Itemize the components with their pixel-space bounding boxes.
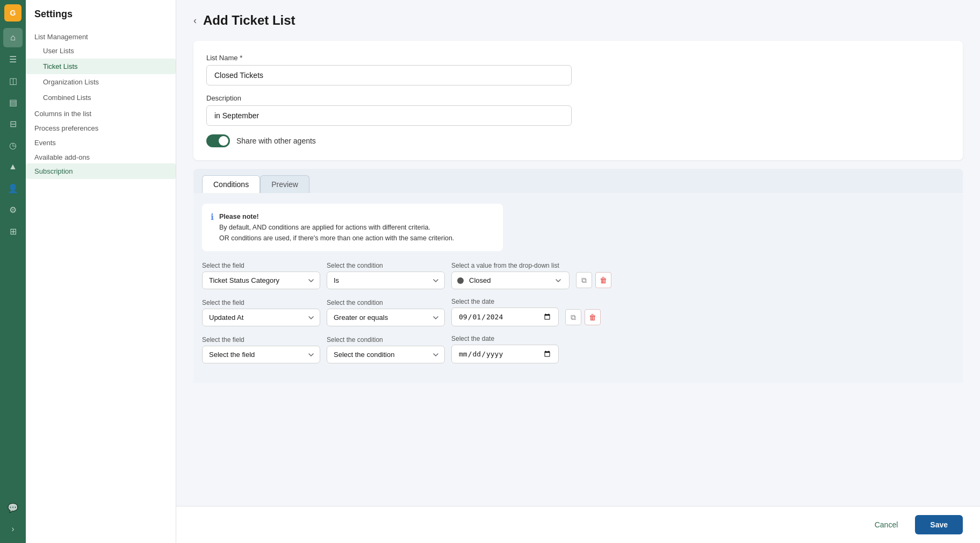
copy-button-2[interactable]: ⧉ xyxy=(565,309,581,325)
date-label-2: Select the date xyxy=(451,298,559,305)
gear-icon[interactable]: ⚙ xyxy=(3,200,23,219)
expand-icon[interactable]: › xyxy=(3,519,23,539)
menu-icon[interactable]: ☰ xyxy=(3,49,23,69)
list-name-input[interactable] xyxy=(206,65,572,85)
delete-button-1[interactable]: 🗑 xyxy=(595,272,611,288)
inbox-icon[interactable]: ◫ xyxy=(3,71,23,90)
condition-row-2: Select the field Updated At Select the c… xyxy=(202,298,954,326)
ticket-icon[interactable]: ▤ xyxy=(3,92,23,112)
condition-row-3: Select the field Select the field Select… xyxy=(202,335,954,363)
value-select-wrapper-1: Closed xyxy=(451,272,570,289)
sidebar-item-combined-lists[interactable]: Combined Lists xyxy=(26,90,176,105)
sidebar-section-addons[interactable]: Available add-ons xyxy=(26,149,176,163)
share-label: Share with other agents xyxy=(236,137,316,145)
list-name-label: List Name * xyxy=(206,54,950,62)
share-toggle-row: Share with other agents xyxy=(206,134,950,147)
tab-conditions[interactable]: Conditions xyxy=(202,175,260,193)
condition-label-3: Select the condition xyxy=(327,336,445,344)
field-label-1: Select the field xyxy=(202,262,320,269)
condition-label-1: Select the condition xyxy=(327,262,445,269)
field-label-2: Select the field xyxy=(202,299,320,306)
delete-button-2[interactable]: 🗑 xyxy=(585,309,601,325)
field-label-3: Select the field xyxy=(202,336,320,344)
condition-select-1[interactable]: Is xyxy=(327,272,445,289)
footer-actions: Cancel Save xyxy=(176,506,980,543)
grid-icon[interactable]: ⊞ xyxy=(3,222,23,241)
home-icon[interactable]: ⌂ xyxy=(3,28,23,47)
save-button[interactable]: Save xyxy=(915,515,963,534)
conditions-body: ℹ Please note! By default, AND condition… xyxy=(193,193,963,383)
sidebar-title: Settings xyxy=(26,9,176,28)
date-label-3: Select the date xyxy=(451,335,559,342)
info-box: ℹ Please note! By default, AND condition… xyxy=(202,204,503,251)
tabs-bar: Conditions Preview xyxy=(193,169,963,193)
back-button[interactable]: ‹ xyxy=(193,15,197,26)
field-group-2: Select the field Updated At xyxy=(202,299,320,326)
sidebar-section-events[interactable]: Events xyxy=(26,134,176,149)
status-dot-1 xyxy=(457,277,464,284)
description-group: Description xyxy=(206,94,950,126)
condition-row-1: Select the field Ticket Status Category … xyxy=(202,262,954,289)
main-content: ‹ Add Ticket List List Name * Descriptio… xyxy=(176,0,980,506)
sidebar: Settings List Management User Lists Tick… xyxy=(26,0,176,543)
conditions-section: Conditions Preview ℹ Please note! By def… xyxy=(193,169,963,383)
field-select-3[interactable]: Select the field xyxy=(202,346,320,363)
form-section: List Name * Description Share with other… xyxy=(193,41,963,160)
app-logo[interactable]: G xyxy=(4,4,21,22)
info-text: Please note! By default, AND conditions … xyxy=(219,211,454,244)
date-input-3[interactable] xyxy=(451,345,559,363)
sidebar-section-list-management[interactable]: List Management xyxy=(26,28,176,43)
row-actions-2: ⧉ 🗑 xyxy=(565,309,601,326)
condition-group-1: Select the condition Is xyxy=(327,262,445,289)
share-toggle[interactable] xyxy=(206,134,230,147)
chart-icon[interactable]: ▲ xyxy=(3,157,23,176)
list-name-group: List Name * xyxy=(206,54,950,85)
info-icon: ℹ xyxy=(211,212,214,222)
row-actions-1: ⧉ 🗑 xyxy=(576,272,611,289)
description-input[interactable] xyxy=(206,105,572,126)
sidebar-item-subscription[interactable]: Subscription xyxy=(26,163,176,179)
field-group-3: Select the field Select the field xyxy=(202,336,320,363)
icon-rail: G ⌂ ☰ ◫ ▤ ⊟ ◷ ▲ 👤 ⚙ ⊞ 💬 › xyxy=(0,0,26,543)
value-select-1[interactable]: Closed xyxy=(467,272,564,289)
condition-select-2[interactable]: Greater or equals xyxy=(327,309,445,326)
condition-select-3[interactable]: Select the condition xyxy=(327,346,445,363)
field-select-2[interactable]: Updated At xyxy=(202,309,320,326)
field-group-1: Select the field Ticket Status Category xyxy=(202,262,320,289)
date-input-2[interactable] xyxy=(451,308,559,326)
field-select-1[interactable]: Ticket Status Category xyxy=(202,272,320,289)
date-group-3: Select the date xyxy=(451,335,559,363)
users-icon[interactable]: 👤 xyxy=(3,178,23,198)
date-group-2: Select the date xyxy=(451,298,559,326)
clock-icon[interactable]: ◷ xyxy=(3,135,23,155)
value-group-1: Select a value from the drop-down list C… xyxy=(451,262,570,289)
condition-group-2: Select the condition Greater or equals xyxy=(327,299,445,326)
page-title: Add Ticket List xyxy=(203,13,296,28)
list-icon[interactable]: ⊟ xyxy=(3,114,23,133)
sidebar-item-user-lists[interactable]: User Lists xyxy=(26,43,176,59)
sidebar-section-columns[interactable]: Columns in the list xyxy=(26,105,176,120)
chat-icon[interactable]: 💬 xyxy=(3,498,23,517)
condition-label-2: Select the condition xyxy=(327,299,445,306)
sidebar-item-organization-lists[interactable]: Organization Lists xyxy=(26,74,176,90)
copy-button-1[interactable]: ⧉ xyxy=(576,272,592,288)
tab-preview[interactable]: Preview xyxy=(260,175,309,193)
condition-group-3: Select the condition Select the conditio… xyxy=(327,336,445,363)
info-title: Please note! xyxy=(219,213,259,220)
value-label-1: Select a value from the drop-down list xyxy=(451,262,570,269)
cancel-button[interactable]: Cancel xyxy=(864,515,909,534)
sidebar-item-ticket-lists[interactable]: Ticket Lists xyxy=(26,59,176,74)
sidebar-section-process[interactable]: Process preferences xyxy=(26,120,176,134)
description-label: Description xyxy=(206,94,950,102)
page-header: ‹ Add Ticket List xyxy=(193,13,963,28)
